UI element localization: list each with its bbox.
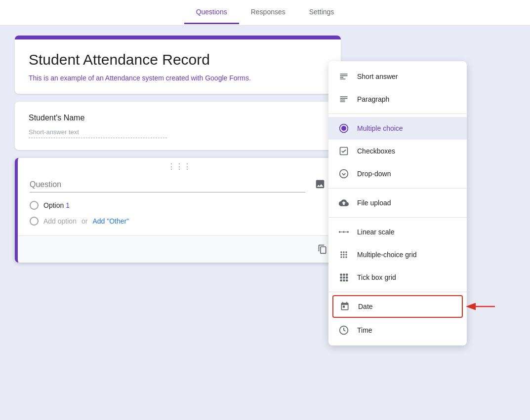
svg-point-8	[347, 231, 349, 232]
svg-point-4	[339, 231, 340, 232]
menu-item-multiple-choice[interactable]: Multiple choice	[328, 117, 467, 140]
short-answer-placeholder: Short-answer text	[29, 128, 167, 138]
file-upload-icon	[338, 197, 349, 208]
menu-divider-2	[328, 188, 467, 189]
option-1-label: Option 1	[43, 201, 70, 209]
radio-circle-add	[30, 217, 39, 226]
menu-item-linear-scale[interactable]: Linear scale	[328, 221, 467, 243]
svg-point-15	[340, 256, 342, 258]
svg-point-10	[343, 251, 344, 253]
tab-questions[interactable]: Questions	[184, 1, 239, 24]
svg-point-11	[345, 251, 347, 253]
type-dropdown-menu: Short answer Paragraph Multiple choice	[328, 61, 467, 345]
options-area: Option 1 Add option or Add "Other"	[30, 201, 329, 226]
svg-point-12	[340, 254, 342, 255]
nav-tabs: Questions Responses Settings	[184, 1, 346, 24]
form-area: Student Attendance Record This is an exa…	[15, 36, 341, 263]
active-question-card: ⋮⋮⋮ Option 1	[15, 158, 341, 263]
or-label: or	[82, 217, 87, 225]
date-icon	[339, 301, 350, 312]
checkboxes-icon	[338, 146, 349, 156]
svg-rect-18	[340, 274, 342, 276]
menu-divider-3	[328, 217, 467, 218]
time-icon	[338, 325, 349, 336]
red-arrow-annotation	[465, 299, 497, 314]
svg-point-17	[345, 256, 347, 258]
drag-handle[interactable]: ⋮⋮⋮	[18, 158, 341, 173]
menu-item-paragraph[interactable]: Paragraph	[328, 88, 467, 111]
svg-point-14	[345, 254, 347, 255]
mc-grid-icon	[338, 249, 349, 260]
top-nav: Questions Responses Settings	[0, 0, 530, 26]
menu-item-date[interactable]: Date	[332, 295, 463, 318]
student-name-question: Student's Name	[29, 114, 327, 122]
card-bottom	[18, 235, 341, 263]
tab-responses[interactable]: Responses	[239, 1, 297, 24]
menu-item-mc-grid[interactable]: Multiple-choice grid	[328, 243, 467, 266]
add-option-btn[interactable]: Add option	[43, 217, 77, 225]
svg-rect-20	[346, 274, 348, 276]
dropdown-icon	[338, 168, 349, 179]
paragraph-icon	[338, 94, 349, 105]
svg-point-13	[343, 254, 344, 255]
add-option-row: Add option or Add "Other"	[30, 217, 329, 226]
menu-item-checkboxes[interactable]: Checkboxes	[328, 140, 467, 162]
svg-point-9	[340, 251, 342, 253]
svg-point-1	[341, 126, 346, 131]
tick-grid-icon	[338, 272, 349, 283]
svg-rect-23	[346, 276, 348, 278]
main-container: Student Attendance Record This is an exa…	[0, 26, 530, 272]
menu-item-tick-grid[interactable]: Tick box grid	[328, 266, 467, 289]
svg-rect-26	[346, 279, 348, 281]
add-image-to-question-btn[interactable]	[311, 175, 329, 193]
tab-settings[interactable]: Settings	[297, 1, 346, 24]
option-row-1: Option 1	[30, 201, 329, 210]
svg-point-3	[340, 170, 348, 178]
radio-circle-1	[30, 201, 39, 210]
add-other-btn[interactable]: Add "Other"	[92, 217, 129, 225]
form-title: Student Attendance Record	[29, 51, 327, 68]
svg-rect-25	[343, 279, 345, 281]
svg-point-6	[343, 231, 344, 232]
svg-rect-21	[340, 276, 342, 278]
multiple-choice-icon	[338, 123, 349, 134]
menu-divider-1	[328, 114, 467, 114]
linear-scale-icon	[338, 227, 349, 237]
svg-point-16	[343, 256, 344, 258]
menu-item-file-upload[interactable]: File upload	[328, 191, 467, 214]
svg-rect-22	[343, 276, 345, 278]
student-name-card: Student's Name Short-answer text	[15, 102, 341, 150]
svg-rect-24	[340, 279, 342, 281]
question-input-row	[30, 175, 329, 193]
header-card: Student Attendance Record This is an exa…	[15, 36, 341, 94]
menu-item-dropdown[interactable]: Drop-down	[328, 162, 467, 185]
question-input[interactable]	[30, 176, 305, 192]
menu-item-short-answer[interactable]: Short answer	[328, 65, 467, 88]
menu-item-time[interactable]: Time	[328, 319, 467, 342]
menu-divider-4	[328, 292, 467, 292]
form-description: This is an example of an Attendance syst…	[29, 74, 327, 82]
short-answer-icon	[338, 71, 349, 82]
active-card-inner: Option 1 Add option or Add "Other"	[18, 173, 341, 235]
svg-rect-19	[343, 274, 345, 276]
